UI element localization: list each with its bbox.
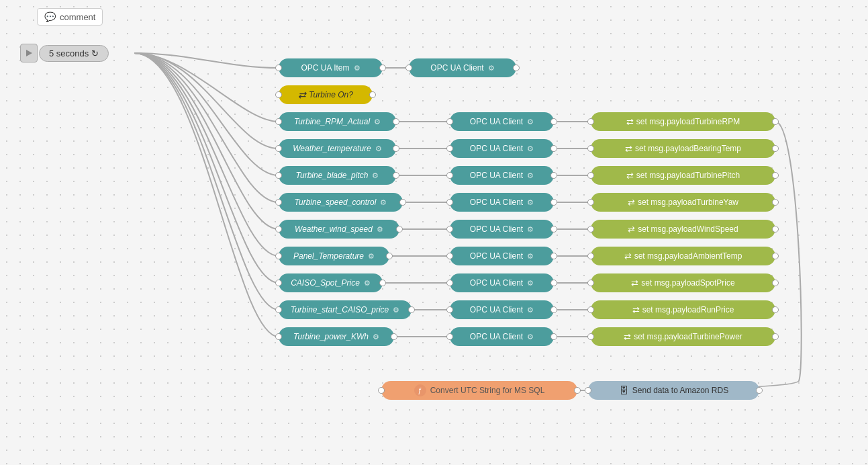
opc-client-ts-node[interactable]: OPC UA Client ⚙ bbox=[450, 193, 554, 212]
opc-client-cs-node[interactable]: OPC UA Client ⚙ bbox=[450, 273, 554, 292]
opc-client-ww-node[interactable]: OPC UA Client ⚙ bbox=[450, 220, 554, 239]
db-icon: 🗄 bbox=[619, 385, 628, 396]
node-icon: ⚙ bbox=[527, 306, 534, 314]
set-run-node[interactable]: ⇄ set msg.payloadRunPrice bbox=[591, 300, 775, 319]
turbine-rpm-node[interactable]: Turbine_RPM_Actual ⚙ bbox=[279, 112, 396, 131]
weather-temp-node[interactable]: Weather_temperature ⚙ bbox=[279, 139, 396, 158]
opc-client-rpm-node[interactable]: OPC UA Client ⚙ bbox=[450, 112, 554, 131]
port-right bbox=[772, 172, 779, 179]
turbine-power-node[interactable]: Turbine_power_KWh ⚙ bbox=[279, 327, 394, 346]
set-ambient-node[interactable]: ⇄ set msg.payloadAmbientTemp bbox=[591, 247, 775, 265]
opc-ua-item-node[interactable]: OPC UA Item ⚙ bbox=[279, 58, 383, 77]
port-right bbox=[574, 387, 581, 394]
opc-client-pt-node[interactable]: OPC UA Client ⚙ bbox=[450, 247, 554, 265]
port-right bbox=[379, 280, 386, 286]
node-icon: ⚙ bbox=[527, 118, 534, 126]
function-icon: ⇄ bbox=[626, 171, 634, 181]
turbine-start-node[interactable]: Turbine_start_CAISO_price ⚙ bbox=[279, 300, 412, 319]
port-right bbox=[772, 280, 779, 286]
port-left bbox=[446, 280, 453, 286]
node-label: CAISO_Spot_Price bbox=[291, 278, 360, 288]
node-icon: ⚙ bbox=[393, 306, 399, 314]
svg-marker-0 bbox=[26, 50, 32, 56]
opc-ua-client-top-node[interactable]: OPC UA Client ⚙ bbox=[409, 58, 516, 77]
set-power-node[interactable]: ⇄ set msg.payloadTurbinePower bbox=[591, 327, 775, 346]
port-right bbox=[550, 118, 557, 125]
node-icon: ⚙ bbox=[527, 252, 534, 261]
set-yaw-node[interactable]: ⇄ set msg.payloadTurbineYaw bbox=[591, 193, 775, 212]
port-right bbox=[408, 306, 415, 313]
turbine-speed-node[interactable]: Turbine_speed_control ⚙ bbox=[279, 193, 403, 212]
turbine-on-node[interactable]: ⇄ Turbine On? bbox=[279, 85, 373, 104]
port-right bbox=[379, 65, 386, 71]
function-icon: ⇄ bbox=[632, 305, 640, 315]
port-left bbox=[446, 172, 453, 179]
function-icon: ⇄ bbox=[628, 198, 635, 208]
node-label: OPC UA Client bbox=[470, 144, 523, 153]
port-right bbox=[550, 199, 557, 206]
node-icon: ⚙ bbox=[527, 279, 534, 288]
port-left bbox=[587, 306, 594, 313]
node-label: OPC UA Client bbox=[470, 278, 523, 288]
node-icon: ⚙ bbox=[368, 252, 375, 261]
set-rpm-node[interactable]: ⇄ set msg.payloadTurbineRPM bbox=[591, 112, 775, 131]
set-pitch-node[interactable]: ⇄ set msg.payloadTurbinePitch bbox=[591, 166, 775, 185]
inject-node[interactable]: 5 seconds ↻ bbox=[20, 44, 109, 62]
port-left bbox=[587, 333, 594, 340]
opc-client-tb-node[interactable]: OPC UA Client ⚙ bbox=[450, 166, 554, 185]
port-right bbox=[772, 118, 779, 125]
function-icon: ⇄ bbox=[624, 332, 631, 342]
comment-icon: 💬 bbox=[44, 11, 56, 22]
node-icon: ⚙ bbox=[527, 171, 534, 180]
port-left bbox=[446, 118, 453, 125]
port-right bbox=[772, 226, 779, 232]
node-icon: ⚙ bbox=[527, 198, 534, 207]
opc-client-tsc-node[interactable]: OPC UA Client ⚙ bbox=[450, 300, 554, 319]
turbine-blade-node[interactable]: Turbine_blade_pitch ⚙ bbox=[279, 166, 396, 185]
function-icon: ƒ bbox=[414, 384, 426, 396]
inject-box bbox=[20, 44, 38, 62]
weather-wind-node[interactable]: Weather_wind_speed ⚙ bbox=[279, 220, 399, 239]
inject-label[interactable]: 5 seconds ↻ bbox=[39, 45, 109, 62]
port-right bbox=[393, 118, 399, 125]
port-left bbox=[446, 333, 453, 340]
port-right bbox=[550, 145, 557, 152]
port-right bbox=[393, 172, 399, 179]
node-label: OPC UA Client bbox=[470, 171, 523, 180]
port-left bbox=[275, 306, 282, 313]
port-right bbox=[550, 226, 557, 232]
set-bearing-node[interactable]: ⇄ set msg.payloadBearingTemp bbox=[591, 139, 775, 158]
port-right bbox=[399, 199, 406, 206]
port-right bbox=[772, 333, 779, 340]
port-right bbox=[550, 172, 557, 179]
switch-icon: ⇄ bbox=[298, 89, 306, 100]
port-right bbox=[772, 306, 779, 313]
port-right bbox=[772, 145, 779, 152]
opc-client-wt-node[interactable]: OPC UA Client ⚙ bbox=[450, 139, 554, 158]
port-right bbox=[369, 91, 376, 98]
port-right bbox=[772, 199, 779, 206]
node-label: OPC UA Client bbox=[470, 224, 523, 234]
node-icon: ⚙ bbox=[372, 171, 379, 180]
convert-utc-node[interactable]: ƒ Convert UTC String for MS SQL bbox=[381, 381, 577, 400]
port-left bbox=[275, 91, 282, 98]
node-label: OPC UA Client bbox=[430, 63, 483, 73]
send-rds-node[interactable]: 🗄 Send data to Amazon RDS bbox=[588, 381, 759, 400]
port-left bbox=[446, 199, 453, 206]
port-left bbox=[446, 253, 453, 259]
node-label: Turbine_blade_pitch bbox=[296, 171, 369, 180]
set-spot-node[interactable]: ⇄ set msg.payloadSpotPrice bbox=[591, 273, 775, 292]
node-icon: ⚙ bbox=[527, 144, 534, 153]
port-left bbox=[446, 226, 453, 232]
opc-client-tp-node[interactable]: OPC UA Client ⚙ bbox=[450, 327, 554, 346]
function-icon: ⇄ bbox=[626, 117, 634, 127]
set-wind-node[interactable]: ⇄ set msg.payloadWindSpeed bbox=[591, 220, 775, 239]
port-left bbox=[275, 199, 282, 206]
port-left bbox=[587, 118, 594, 125]
node-label: OPC UA Client bbox=[470, 332, 523, 341]
caiso-spot-node[interactable]: CAISO_Spot_Price ⚙ bbox=[279, 273, 383, 292]
port-right bbox=[550, 306, 557, 313]
port-right bbox=[396, 226, 403, 232]
node-label: set msg.payloadTurbineRPM bbox=[636, 117, 740, 126]
panel-temp-node[interactable]: Panel_Temperature ⚙ bbox=[279, 247, 389, 265]
